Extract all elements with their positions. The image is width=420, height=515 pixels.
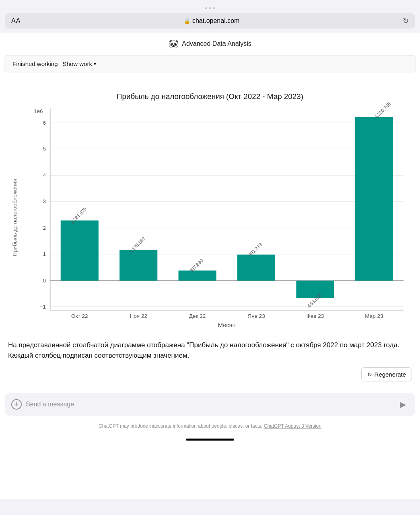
x-label-feb23: Фев 23 xyxy=(306,313,324,319)
bar-feb23 xyxy=(296,281,334,298)
address-bar[interactable]: AA 🔒 chat.openai.com ↻ xyxy=(5,13,415,29)
y-tick-neg1: −1 xyxy=(40,304,46,310)
footer-text: ChatGPT may produce inaccurate informati… xyxy=(0,419,420,435)
chevron-down-icon: ▾ xyxy=(94,61,96,67)
add-attachment-button[interactable]: + xyxy=(11,399,22,410)
y-tick-3: 3 xyxy=(43,198,46,204)
ada-icon: 🐼 xyxy=(169,39,179,49)
finished-working-bar: Finished working Show work ▾ xyxy=(4,55,416,72)
chart-svg-wrapper: Прибыль до налогообложения (Окт 2022 - М… xyxy=(8,83,412,329)
regenerate-wrapper: ↻ Regenerate xyxy=(0,367,420,389)
send-icon: ▶ xyxy=(400,400,406,409)
chat-title: Advanced Data Analysis xyxy=(182,40,251,47)
y-tick-1: 1 xyxy=(43,251,46,257)
send-button[interactable]: ▶ xyxy=(397,398,409,410)
y-scale-label: 1е6 xyxy=(34,108,43,114)
x-label-jan23: Янв 23 xyxy=(247,313,265,319)
chart-container: Прибыль до налогообложения (Окт 2022 - М… xyxy=(4,79,416,329)
x-label-nov22: Ноя 22 xyxy=(130,313,147,319)
regenerate-button[interactable]: ↻ Regenerate xyxy=(361,367,412,381)
browser-dots xyxy=(0,4,420,13)
y-tick-0: 0 xyxy=(43,278,46,284)
x-label-dec22: Дек 22 xyxy=(189,313,206,319)
url-text: chat.openai.com xyxy=(192,17,239,25)
url-wrapper: 🔒 chat.openai.com xyxy=(184,17,239,25)
y-tick-5: 5 xyxy=(43,146,46,152)
y-tick-6: 6 xyxy=(43,120,46,126)
font-size-control[interactable]: AA xyxy=(11,17,21,25)
bar-oct22 xyxy=(61,220,99,281)
lock-icon: 🔒 xyxy=(184,18,190,24)
message-placeholder[interactable]: Send a message xyxy=(26,401,393,408)
y-tick-4: 4 xyxy=(43,172,46,178)
bar-nov22 xyxy=(119,250,157,280)
refresh-icon[interactable]: ↻ xyxy=(403,16,409,25)
description-text: На представленной столбчатой диаграмме о… xyxy=(0,337,420,368)
chat-header: 🐼 Advanced Data Analysis xyxy=(0,33,420,55)
x-label-oct22: Окт 22 xyxy=(71,313,88,319)
bar-label-mar23: 6,230,795 xyxy=(374,101,392,119)
bar-dec22 xyxy=(179,270,216,280)
x-label-mar23: Мар 23 xyxy=(365,313,383,319)
regenerate-icon: ↻ xyxy=(367,371,372,378)
show-work-button[interactable]: Show work ▾ xyxy=(63,60,96,67)
home-bar xyxy=(0,435,420,442)
y-tick-2: 2 xyxy=(43,225,46,231)
message-input-bar[interactable]: + Send a message ▶ xyxy=(5,393,415,416)
footer-version-link[interactable]: ChatGPT August 3 Version xyxy=(264,423,321,429)
finished-label: Finished working xyxy=(12,60,58,67)
x-axis-title: Месяц xyxy=(218,322,236,327)
bar-mar23 xyxy=(355,117,393,281)
bar-jan23 xyxy=(237,255,275,281)
home-bar-indicator xyxy=(186,439,234,441)
bar-chart: Прибыль до налогообложения (Окт 2022 - М… xyxy=(8,83,412,327)
chart-title: Прибыль до налогообложения (Окт 2022 - М… xyxy=(117,92,303,101)
y-axis-label: Прибыль до налогообложения xyxy=(12,179,18,256)
